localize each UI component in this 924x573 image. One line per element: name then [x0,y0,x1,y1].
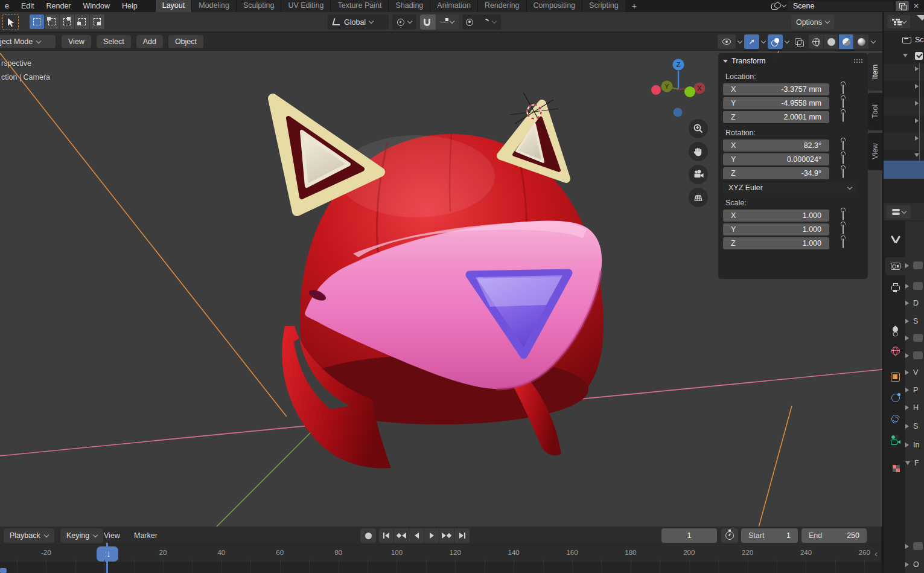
properties-panel-row[interactable]: H [905,403,924,412]
properties-panel-row[interactable]: F [905,459,924,467]
chevron-down-icon[interactable] [761,38,766,43]
shading-solid-button[interactable] [824,34,839,49]
menu-view[interactable]: View [62,35,91,48]
properties-panel-row[interactable] [905,351,924,359]
transform-panel-header[interactable]: Transform [718,53,868,69]
tab-uv-editing[interactable]: UV Editing [281,0,331,12]
timeline-ruler[interactable]: 1 -2020406080100120140160180200220240260 [0,545,881,562]
value-field-y[interactable]: Y0.000024° [723,153,829,165]
timeline-menu-keying[interactable]: Keying [60,528,103,543]
expand-triangle-icon[interactable] [905,319,909,324]
chevron-down-icon[interactable] [782,2,786,7]
properties-panel-row[interactable] [905,542,924,550]
timeline-menu-marker[interactable]: Marker [134,528,158,543]
select-mode-subtract[interactable] [60,14,74,29]
expand-triangle-icon[interactable] [905,424,909,429]
lock-open-icon[interactable] [843,112,844,122]
sidebar-tab-item[interactable]: Item [868,53,882,91]
show-gizmo-toggle[interactable]: ↗ [744,34,759,49]
value-field-x[interactable]: X-3.3757 mm [723,83,829,95]
menu-add[interactable]: Add [136,35,163,48]
hierarchy-arrow[interactable] [915,101,919,106]
menu-window[interactable]: Window [83,2,110,10]
menu-edit[interactable]: Edit [21,2,34,10]
zoom-button[interactable] [689,119,708,138]
select-mode-new[interactable] [30,14,44,29]
next-keyframe-button[interactable] [439,528,454,543]
properties-tab-view-layer[interactable] [885,299,905,317]
show-overlays-toggle[interactable] [768,34,783,49]
new-scene-button[interactable] [896,1,909,11]
select-mode-extend[interactable] [45,14,59,29]
value-field-y[interactable]: Y-4.9558 mm [723,97,829,109]
lock-open-icon[interactable] [843,238,844,248]
tab-layout[interactable]: Layout [156,0,193,12]
scene-collection-row[interactable]: Sc [884,33,924,47]
gizmo-z-negative[interactable] [674,108,683,117]
properties-panel-row[interactable]: V [905,368,924,377]
shading-rendered-button[interactable] [854,34,869,49]
collapse-triangle-icon[interactable] [905,461,910,465]
lock-open-icon[interactable] [843,155,844,164]
checkbox-icon[interactable] [915,52,923,60]
timeline-menu-view[interactable]: View [104,528,120,543]
auto-keyframe-button[interactable] [721,528,738,543]
properties-tab-constraints[interactable] [885,410,905,428]
play-reverse-button[interactable] [409,528,424,543]
expand-triangle-icon[interactable] [905,353,909,358]
expand-triangle-icon[interactable] [905,301,909,306]
pivot-point-dropdown[interactable] [392,14,416,30]
menu-select[interactable]: Select [97,35,131,48]
tab-shading[interactable]: Shading [389,0,430,12]
tab-texture-paint[interactable]: Texture Paint [331,0,389,12]
value-field-z[interactable]: Z-34.9° [723,167,829,179]
sidebar-tab-tool[interactable]: Tool [868,93,882,130]
options-dropdown[interactable]: Options [791,14,834,30]
menu-e[interactable]: e [5,2,9,10]
gizmo-x-negative[interactable] [651,85,661,95]
properties-tab-render[interactable] [885,257,905,275]
transform-orientation-dropdown[interactable]: Global [328,14,389,30]
filter-funnel-icon[interactable] [917,15,924,21]
tab-compositing[interactable]: Compositing [527,0,582,12]
menu-object[interactable]: Object [168,35,203,48]
rotation-mode-dropdown[interactable]: XYZ Euler [723,182,857,194]
properties-panel-row[interactable]: D [905,299,924,307]
timeline-collapse-arrow[interactable]: ‹ [875,548,878,559]
snap-toggle[interactable] [420,14,436,30]
select-mode-invert[interactable] [75,14,89,29]
value-field-x[interactable]: X82.3° [723,139,829,152]
current-frame-field[interactable]: 1 [661,528,717,543]
value-field-z[interactable]: Z2.0001 mm [723,111,829,123]
shading-material-button[interactable] [839,34,854,49]
lock-open-icon[interactable] [843,168,844,178]
properties-panel-row[interactable]: O [905,560,924,569]
lock-open-icon[interactable] [843,85,844,94]
play-button[interactable] [424,528,439,543]
properties-panel-row[interactable]: In [905,441,924,449]
tab-sculpting[interactable]: Sculpting [237,0,281,12]
sidebar-tab-view[interactable]: View [868,133,882,170]
expand-triangle-icon[interactable] [905,263,909,268]
expand-triangle-icon[interactable] [905,388,909,392]
hierarchy-arrow[interactable] [914,153,919,157]
active-tool-button[interactable] [2,14,19,30]
properties-tab-output[interactable] [885,278,905,296]
menu-help[interactable]: Help [122,2,138,10]
frame-end-field[interactable]: End 250 [801,528,867,543]
properties-panel-row[interactable]: S [905,422,924,431]
lock-open-icon[interactable] [843,141,844,150]
expand-triangle-icon[interactable] [905,562,909,567]
tab-animation[interactable]: Animation [430,0,478,12]
timeline-scrollbar-cap[interactable] [0,568,7,573]
mode-dropdown[interactable]: ject Mode [0,35,56,48]
value-field-x[interactable]: X1.000 [723,210,829,222]
expand-triangle-icon[interactable] [905,443,909,447]
expand-triangle-icon[interactable] [905,336,909,341]
xray-toggle[interactable] [791,34,806,49]
expand-triangle-icon[interactable] [905,405,909,410]
properties-panel-row[interactable] [905,282,924,290]
properties-panel-row[interactable]: P [905,386,924,394]
menu-render[interactable]: Render [46,2,71,10]
ortho-toggle-button[interactable] [689,188,708,207]
